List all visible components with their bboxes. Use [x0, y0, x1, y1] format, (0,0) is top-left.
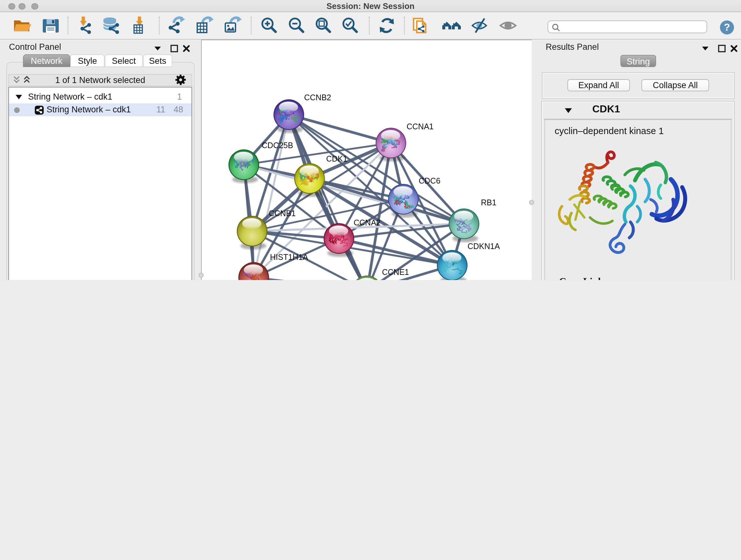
svg-text:CDC25B: CDC25B	[262, 141, 293, 150]
svg-text:CCNA2: CCNA2	[354, 218, 381, 227]
svg-text:CCNA1: CCNA1	[407, 122, 434, 131]
svg-text:HIST1H1A: HIST1H1A	[270, 253, 308, 261]
svg-text:RB1: RB1	[481, 198, 496, 207]
svg-text:CDC6: CDC6	[419, 176, 441, 185]
svg-text:CDKN1A: CDKN1A	[468, 242, 500, 251]
svg-text:CCNE1: CCNE1	[382, 267, 409, 276]
svg-text:CCNB2: CCNB2	[304, 93, 331, 102]
svg-text:CCNB1: CCNB1	[269, 209, 296, 218]
svg-text:CDK1: CDK1	[326, 154, 347, 163]
